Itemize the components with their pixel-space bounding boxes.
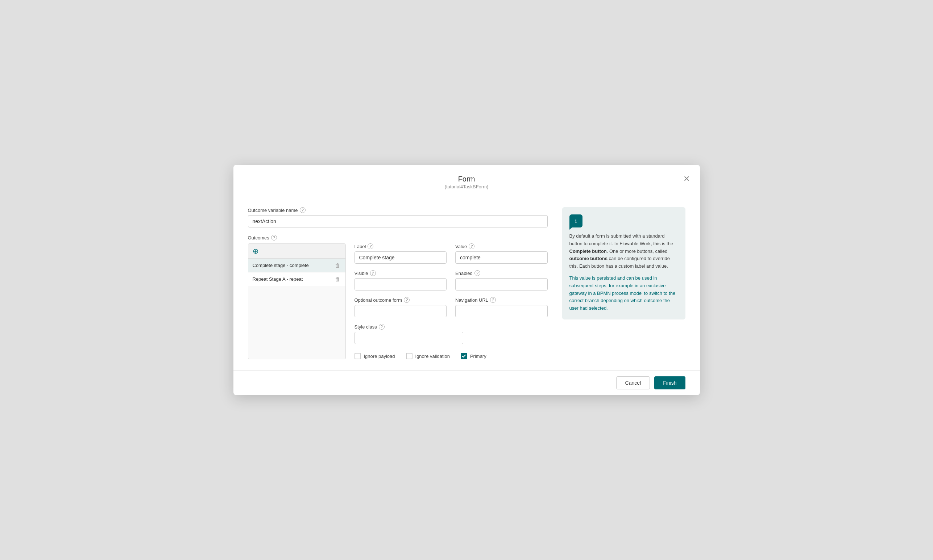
outcomes-list: ⊕ Complete stage - complete 🗑 Repeat Sta…	[248, 243, 346, 359]
optional-field-label: Optional outcome form ?	[355, 297, 447, 303]
label-field-label: Label ?	[355, 243, 447, 249]
cancel-button[interactable]: Cancel	[616, 376, 650, 389]
outcome-item-2[interactable]: Repeat Stage A - repeat 🗑	[248, 272, 345, 286]
svg-text:i: i	[575, 218, 577, 224]
optional-nav-row: Optional outcome form ? Navigation URL ?	[355, 297, 548, 317]
close-button[interactable]: ✕	[682, 174, 691, 185]
visible-help-icon[interactable]: ?	[370, 270, 376, 276]
left-panel: Outcome variable name ? Outcomes ? ⊕	[248, 207, 548, 359]
outcome-variable-input[interactable]	[248, 215, 548, 228]
primary-label: Primary	[470, 354, 486, 359]
main-content: ⊕ Complete stage - complete 🗑 Repeat Sta…	[248, 243, 548, 359]
modal-dialog: Form (tutorial4TaskBForm) ✕ Outcome vari…	[233, 165, 700, 395]
label-value-row: Label ? Value ?	[355, 243, 548, 264]
checkboxes-row: Ignore payload Ignore validation	[355, 353, 548, 359]
right-panel: i By default a form is submitted with a …	[562, 207, 685, 359]
primary-checkbox[interactable]: Primary	[461, 353, 486, 359]
optional-help-icon[interactable]: ?	[404, 297, 410, 303]
style-class-help-icon[interactable]: ?	[379, 324, 385, 330]
modal-header: Form (tutorial4TaskBForm) ✕	[233, 165, 700, 196]
value-col: Value ?	[455, 243, 548, 264]
style-class-row: Style class ?	[355, 324, 548, 344]
enabled-col: Enabled ?	[455, 270, 548, 291]
primary-checkbox-box	[461, 353, 467, 359]
modal-footer: Cancel Finish	[233, 370, 700, 395]
visible-enabled-row: Visible ? Enabled ?	[355, 270, 548, 291]
info-paragraph-2: This value is persisted and can be used …	[569, 275, 678, 312]
ignore-payload-checkbox[interactable]: Ignore payload	[355, 353, 395, 359]
ignore-validation-label: Ignore validation	[415, 354, 450, 359]
info-icon-badge: i	[569, 214, 583, 228]
nav-url-field-label: Navigation URL ?	[455, 297, 548, 303]
style-class-col: Style class ?	[355, 324, 548, 344]
info-panel: i By default a form is submitted with a …	[562, 207, 685, 320]
value-input[interactable]	[455, 251, 548, 264]
ignore-payload-checkbox-box	[355, 353, 361, 359]
outcomes-section: Outcomes ? ⊕ Complete stage - complete 🗑	[248, 235, 548, 359]
optional-input[interactable]	[355, 305, 447, 317]
ignore-payload-label: Ignore payload	[364, 354, 395, 359]
modal-title: Form	[255, 175, 678, 183]
visible-input[interactable]	[355, 278, 447, 291]
info-paragraph-1: By default a form is submitted with a st…	[569, 232, 678, 270]
label-col: Label ?	[355, 243, 447, 264]
outcome-item-2-label: Repeat Stage A - repeat	[253, 276, 303, 282]
ignore-validation-checkbox[interactable]: Ignore validation	[406, 353, 450, 359]
outcome-variable-group: Outcome variable name ?	[248, 207, 548, 228]
modal-body: Outcome variable name ? Outcomes ? ⊕	[233, 196, 700, 366]
add-outcome-button[interactable]: ⊕	[253, 248, 259, 255]
enabled-help-icon[interactable]: ?	[475, 270, 480, 276]
outcome-item-1[interactable]: Complete stage - complete 🗑	[248, 258, 345, 272]
label-input[interactable]	[355, 251, 447, 264]
outcome-variable-label: Outcome variable name ?	[248, 207, 548, 213]
delete-outcome-1-button[interactable]: 🗑	[334, 262, 341, 268]
outcome-form: Label ? Value ?	[355, 243, 548, 359]
outcome-variable-help-icon[interactable]: ?	[300, 207, 305, 213]
value-field-label: Value ?	[455, 243, 548, 249]
nav-url-help-icon[interactable]: ?	[490, 297, 496, 303]
style-class-field-label: Style class ?	[355, 324, 548, 330]
delete-outcome-2-button[interactable]: 🗑	[334, 276, 341, 282]
optional-col: Optional outcome form ?	[355, 297, 447, 317]
enabled-input[interactable]	[455, 278, 548, 291]
nav-url-col: Navigation URL ?	[455, 297, 548, 317]
enabled-field-label: Enabled ?	[455, 270, 548, 276]
finish-button[interactable]: Finish	[654, 376, 685, 389]
outcomes-help-icon[interactable]: ?	[271, 235, 277, 240]
outcomes-label: Outcomes ?	[248, 235, 548, 240]
outcomes-list-header: ⊕	[248, 244, 345, 258]
value-help-icon[interactable]: ?	[469, 243, 475, 249]
outcome-item-1-label: Complete stage - complete	[253, 263, 309, 268]
visible-col: Visible ?	[355, 270, 447, 291]
label-help-icon[interactable]: ?	[367, 243, 373, 249]
style-class-input[interactable]	[355, 332, 463, 344]
visible-field-label: Visible ?	[355, 270, 447, 276]
nav-url-input[interactable]	[455, 305, 548, 317]
modal-subtitle: (tutorial4TaskBForm)	[255, 184, 678, 189]
ignore-validation-checkbox-box	[406, 353, 412, 359]
